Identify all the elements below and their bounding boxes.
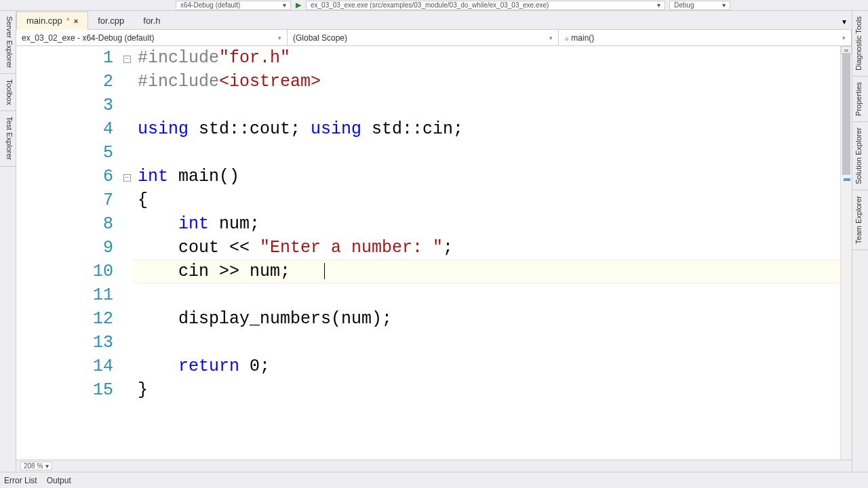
line-number: 7 xyxy=(16,188,113,212)
line-number: 8 xyxy=(16,212,113,236)
code-line[interactable]: cout << "Enter a number: "; xyxy=(138,236,840,260)
sidebar-diagnostic-tools[interactable]: Diagnostic Tools xyxy=(852,11,868,77)
config-label: x64-Debug (default) xyxy=(180,1,240,9)
tab-for-cpp[interactable]: for.cpp xyxy=(88,12,134,29)
scroll-marker xyxy=(844,178,850,181)
line-number: 9 xyxy=(16,236,113,260)
file-tabs: main.cpp * × for.cpp for.h ▾ xyxy=(16,11,852,30)
code-line[interactable]: cin >> num; xyxy=(138,260,840,283)
line-number: 5 xyxy=(16,141,113,165)
zoom-bar: 208 % ▾ xyxy=(16,460,852,472)
launch-label: ex_03_03_exe.exe (src/examples/03_module… xyxy=(311,1,549,9)
main-area: Server Explorer Toolbox Test Explorer ma… xyxy=(0,11,868,472)
line-number: 11 xyxy=(16,283,113,307)
code-line[interactable]: int num; xyxy=(138,212,840,236)
vertical-scrollbar[interactable]: ▭ xyxy=(840,46,852,460)
code-line[interactable] xyxy=(138,331,840,354)
modified-icon: * xyxy=(66,16,70,26)
code-line[interactable]: #include<iostream> xyxy=(138,70,840,94)
config-combo[interactable]: x64-Debug (default) ▾ xyxy=(176,1,291,10)
fold-toggle-icon[interactable]: − xyxy=(123,174,131,182)
line-number: 14 xyxy=(16,354,113,378)
code-line[interactable]: return 0; xyxy=(138,354,840,378)
line-number: 1 xyxy=(16,46,113,70)
code-line[interactable]: } xyxy=(138,378,840,402)
sidebar-server-explorer[interactable]: Server Explorer xyxy=(0,11,16,74)
error-list-tab[interactable]: Error List xyxy=(4,476,37,485)
line-number: 13 xyxy=(16,331,113,354)
top-toolbar: x64-Debug (default) ▾ ▶ ex_03_03_exe.exe… xyxy=(0,0,868,11)
text-cursor xyxy=(324,263,325,279)
sidebar-toolbox[interactable]: Toolbox xyxy=(0,74,16,111)
line-number: 6 xyxy=(16,165,113,188)
code-line[interactable] xyxy=(138,141,840,165)
output-tab[interactable]: Output xyxy=(47,476,71,485)
chevron-down-icon: ▾ xyxy=(842,35,846,41)
tab-label: for.cpp xyxy=(98,16,124,26)
function-scope-label: main() xyxy=(571,33,594,43)
code-line[interactable]: using std::cout; using std::cin; xyxy=(138,117,840,141)
launch-combo[interactable]: ex_03_03_exe.exe (src/examples/03_module… xyxy=(306,1,665,10)
sidebar-test-explorer[interactable]: Test Explorer xyxy=(0,111,16,166)
sidebar-properties[interactable]: Properties xyxy=(852,77,868,122)
function-icon: ⬦ xyxy=(564,33,569,43)
sidebar-team-explorer[interactable]: Team Explorer xyxy=(852,190,868,250)
chevron-down-icon: ▾ xyxy=(45,462,49,470)
project-scope-label: ex_03_02_exe - x64-Debug (default) xyxy=(22,33,154,43)
scope-bar: ex_03_02_exe - x64-Debug (default) ▾ (Gl… xyxy=(16,30,852,46)
line-number-gutter: 123456789101112131415 xyxy=(16,46,121,460)
namespace-scope-label: (Global Scope) xyxy=(293,33,347,43)
tab-main-cpp[interactable]: main.cpp * × xyxy=(16,12,88,30)
code-line[interactable] xyxy=(138,283,840,307)
tab-dropdown-icon[interactable]: ▾ xyxy=(837,14,852,29)
chevron-down-icon: ▾ xyxy=(549,35,553,41)
fold-toggle-icon[interactable]: − xyxy=(123,56,131,63)
line-number: 2 xyxy=(16,70,113,94)
line-number: 15 xyxy=(16,378,113,402)
right-sidebar: Diagnostic Tools Properties Solution Exp… xyxy=(852,11,868,472)
code-line[interactable] xyxy=(138,94,840,117)
chevron-down-icon: ▾ xyxy=(278,35,281,41)
fold-column: −− xyxy=(121,46,132,460)
editor-container: main.cpp * × for.cpp for.h ▾ ex_03_02_ex… xyxy=(16,11,852,472)
tab-for-h[interactable]: for.h xyxy=(134,12,170,29)
line-number: 3 xyxy=(16,94,113,117)
zoom-label: 208 % xyxy=(24,462,43,470)
project-scope-combo[interactable]: ex_03_02_exe - x64-Debug (default) ▾ xyxy=(16,30,288,45)
tab-label: main.cpp xyxy=(26,16,62,26)
code-area[interactable]: 123456789101112131415 −− #include"for.h"… xyxy=(16,46,852,460)
close-icon[interactable]: × xyxy=(74,17,78,25)
code-line[interactable]: { xyxy=(138,188,840,212)
code-line[interactable]: #include"for.h" xyxy=(138,46,840,70)
sidebar-solution-explorer[interactable]: Solution Explorer xyxy=(852,122,868,190)
code-line[interactable]: int main() xyxy=(138,165,840,188)
bottom-panel-tabs: Error List Output xyxy=(0,472,868,488)
namespace-scope-combo[interactable]: (Global Scope) ▾ xyxy=(288,30,559,45)
code-line[interactable]: display_numbers(num); xyxy=(138,307,840,331)
mode-label: Debug xyxy=(674,1,694,9)
function-scope-combo[interactable]: ⬦ main() ▾ xyxy=(559,30,852,45)
play-icon[interactable]: ▶ xyxy=(296,1,301,9)
left-sidebar: Server Explorer Toolbox Test Explorer xyxy=(0,11,16,472)
zoom-combo[interactable]: 208 % ▾ xyxy=(20,462,52,470)
scroll-thumb[interactable] xyxy=(842,53,850,175)
line-number: 12 xyxy=(16,307,113,331)
line-number: 10 xyxy=(16,260,113,283)
mode-combo[interactable]: Debug ▾ xyxy=(669,1,730,10)
line-number: 4 xyxy=(16,117,113,141)
tab-label: for.h xyxy=(143,16,160,26)
code-text[interactable]: #include"for.h"#include<iostream>using s… xyxy=(132,46,840,460)
